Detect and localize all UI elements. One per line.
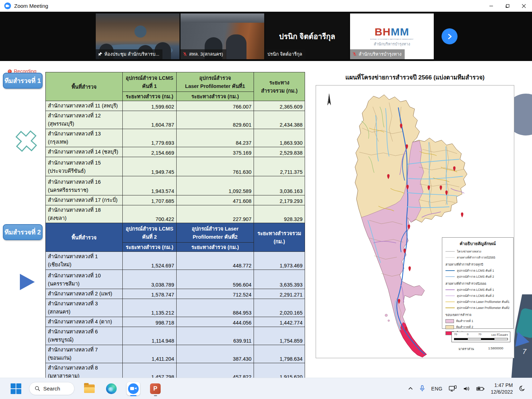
zoom-meeting-window: Zoom Meeting ห้องประชุม สำนักบริหารบ... … — [0, 0, 532, 399]
close-button[interactable] — [516, 0, 532, 12]
legend-item: อุปกรณ์สำรวจ LCMS คันที่ 2 — [445, 274, 510, 279]
zoom-icon — [128, 383, 139, 394]
table-row: สำนักงานทางหลวงที่ 4 (ตาก)998.718444.056… — [46, 317, 305, 327]
table-row: สำนักงานทางหลวงที่ 14 (ชลบุรี)2,154.6693… — [46, 147, 305, 157]
legend-item: สายทางที่ทำการสำรวจปี2565 — [445, 255, 510, 260]
search-input[interactable]: Search — [29, 382, 74, 395]
legend-item: โครงข่ายทางหลวง — [445, 249, 510, 254]
map-legend: คำอธิบายสัญลักษณ์ โครงข่ายทางหลวงสายทางท… — [442, 237, 514, 329]
map-frame: คำอธิบายสัญลักษณ์ โครงข่ายทางหลวงสายทางท… — [316, 85, 514, 358]
participant-name-label: ปรนิก จิตต์อารีกุล — [265, 49, 305, 59]
table-row: สำนักงานทางหลวงที่ 15 (ประจวบคีรีขันธ์)1… — [46, 157, 305, 176]
table-row: สำนักงานทางหลวงที่ 8 (มหาสารคาม)1,457.79… — [46, 363, 305, 378]
window-title: Zoom Meeting — [14, 3, 48, 9]
table-row: สำนักงานทางหลวงที่ 2 (แพร่)1,578.747712.… — [46, 289, 305, 299]
table-row: สำนักงานทางหลวงที่ 10 (นครราชสีมา)3,038.… — [46, 270, 305, 289]
legend-item: อุปกรณ์สำรวจ LCMS คันที่ 2 — [445, 293, 510, 298]
table-row: สำนักงานทางหลวงที่ 1 (เชียงใหม่)1,524.69… — [46, 252, 305, 270]
team2-badge: ทีมสำรวจที่ 2 — [3, 224, 43, 240]
bhmm-logo: BHMM — [375, 26, 409, 38]
start-button[interactable] — [11, 383, 21, 394]
pin-icon — [98, 52, 102, 56]
legend-group-label: ขอบเขตการสำรวจ — [445, 312, 510, 317]
decorative-cross-shape — [13, 128, 38, 155]
legend-item: อุปกรณ์สำรวจ Laser Profilometer คันที่2 — [445, 305, 510, 310]
scalebar-tick: 70 — [454, 333, 457, 337]
muted-mic-icon — [183, 52, 187, 56]
scalebar-tick: 0 — [467, 333, 468, 337]
file-explorer-button[interactable] — [82, 381, 96, 397]
bhmm-logo-subtitle: BUREAU OF HIGHWAYS MAINTENANCE MANAGEMEN… — [370, 38, 414, 40]
zoom-app-button[interactable] — [126, 381, 140, 397]
map-title: แผนที่โครงข่ายการสำรวจปี 2566 (แบ่งตามที… — [316, 72, 514, 82]
table-row: สำนักงานทางหลวงที่ 6 (เพชรบูรณ์)1,114.94… — [46, 327, 305, 345]
tray-speaker-icon[interactable] — [463, 386, 470, 392]
file-explorer-icon — [84, 384, 95, 393]
participant-name-label: สทล. 3(สกลนคร) — [181, 49, 226, 59]
chevron-right-icon — [447, 33, 453, 40]
windows-taskbar: Search P ENG — [0, 378, 532, 399]
legend-item: อุปกรณ์สำรวจ LCMS คันที่ 1 — [445, 268, 510, 273]
tray-moon-icon[interactable] — [519, 385, 526, 392]
map-scale-caption: มาตราส่วน1:5800000 — [451, 347, 510, 351]
video-strip: ห้องประชุม สำนักบริหารบ... สทล. 3(สกลนคร… — [0, 12, 532, 61]
powerpoint-icon: P — [150, 383, 161, 394]
clock[interactable]: 1:47 PM 12/6/2022 — [491, 382, 513, 395]
participant-tile-bhmm[interactable]: BHMM BUREAU OF HIGHWAYS MAINTENANCE MANA… — [350, 13, 434, 59]
tray-display-icon[interactable] — [449, 385, 457, 392]
participant-name-label: สำนักบริหารบำรุงทาง — [350, 49, 405, 59]
legend-group-label: สายทางที่ทำการสำรวจทุกปี — [445, 262, 510, 267]
legend-group-label: สายทางที่ทำการสำรวจปี2566 — [445, 281, 510, 286]
maximize-button[interactable] — [499, 0, 516, 12]
data-table: พื้นที่สำรวจอุปกรณ์สำรวจ LCMS คันที่ 2อุ… — [45, 223, 305, 378]
muted-mic-icon — [352, 52, 357, 56]
participant-display-name: ปรนิก จิตต์อารีกุล — [279, 31, 335, 42]
team1-badge: ทีมสำรวจที่ 1 — [3, 73, 43, 89]
participant-tile-sakon-nakhon[interactable]: สทล. 3(สกลนคร) — [181, 13, 264, 59]
table-row: สำนักงานทางหลวงที่ 18 (สงขลา)700.422227.… — [46, 205, 305, 223]
language-indicator[interactable]: ENG — [431, 386, 443, 392]
survey-table-team2: พื้นที่สำรวจอุปกรณ์สำรวจ LCMS คันที่ 2อุ… — [45, 223, 305, 378]
table-row: สำนักงานทางหลวงที่ 3 (สกลนคร)1,135.21288… — [46, 299, 305, 317]
window-titlebar: Zoom Meeting — [0, 0, 532, 12]
table-row: สำนักงานทางหลวงที่ 17 (กระบี่)1,707.6854… — [46, 195, 305, 205]
tray-battery-icon[interactable] — [476, 386, 485, 392]
legend-title: คำอธิบายสัญลักษณ์ — [445, 240, 510, 247]
legend-item: ทีมสำรวจที่ 1 — [445, 318, 510, 323]
legend-item: อุปกรณ์สำรวจ LCMS คันที่ 1 — [445, 287, 510, 292]
tray-time: 1:47 PM — [491, 382, 513, 388]
scalebar-tick: 140 กิโลเมตร — [491, 333, 508, 337]
decorative-triangle-shape — [20, 274, 35, 290]
search-icon — [34, 386, 40, 392]
legend-item: อุปกรณ์สำรวจ Laser Profilometer คันที่1 — [445, 299, 510, 304]
edge-browser-button[interactable] — [104, 381, 118, 397]
table-row: สำนักงานทางหลวงที่ 16 (นครศรีธรรมราช)1,9… — [46, 176, 305, 195]
participant-tile-pranik[interactable]: ปรนิก จิตต์อารีกุล ปรนิก จิตต์อารีกุล — [265, 13, 349, 59]
bhmm-logo-thai: สำนักบริหารบำรุงทาง — [374, 41, 410, 47]
next-participants-button[interactable] — [442, 28, 458, 44]
tray-microphone-icon[interactable] — [419, 385, 425, 392]
table-row: สำนักงานทางหลวงที่ 11 (ลพบุรี)1,599.6027… — [46, 101, 305, 111]
shared-screen-slide: Recording ทีมสำรวจที่ 1 ทีมสำรวจที่ 2 7 … — [0, 61, 532, 378]
participant-tile-room[interactable]: ห้องประชุม สำนักบริหารบ... — [96, 13, 179, 59]
north-arrow-icon — [327, 93, 331, 105]
table-row: สำนักงานทางหลวงที่ 12 (สุพรรณบุรี)1,604.… — [46, 111, 305, 129]
minimize-button[interactable] — [483, 0, 499, 12]
slide-page-number: 7 — [522, 348, 526, 356]
table-row: สำนักงานทางหลวงที่ 13 (กรุงเทพ)1,779.693… — [46, 129, 305, 147]
zoom-app-icon — [4, 2, 11, 9]
map-scalebar: 70070140 กิโลเมตร — [451, 332, 510, 342]
tray-date: 12/6/2022 — [491, 389, 513, 395]
powerpoint-button[interactable]: P — [148, 381, 162, 397]
participant-name-label: ห้องประชุม สำนักบริหารบ... — [96, 49, 162, 59]
tray-chevron-up-icon[interactable] — [408, 386, 413, 391]
legend-item: ทีมสำรวจที่ 2 — [445, 325, 510, 329]
scalebar-tick: 70 — [478, 333, 481, 337]
edge-icon — [106, 383, 117, 394]
table-row: สำนักงานทางหลวงที่ 7 (ขอนแก่น)1,411.2043… — [46, 345, 305, 363]
